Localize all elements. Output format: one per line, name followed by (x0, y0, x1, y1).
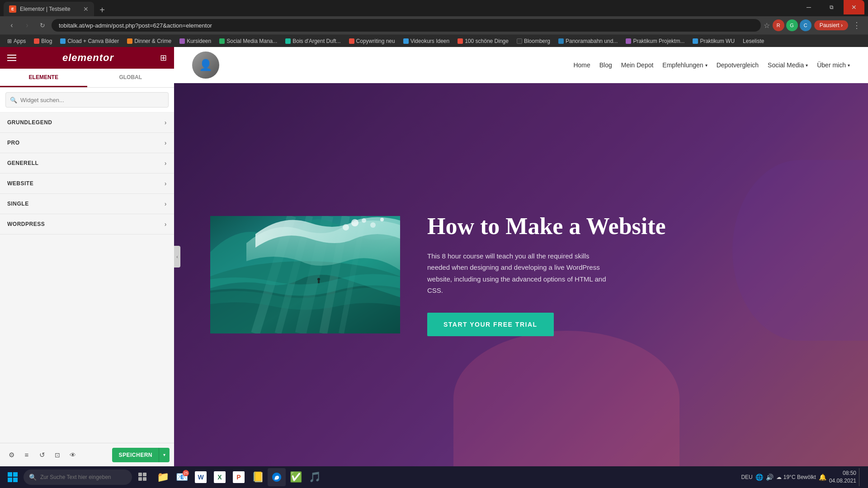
cta-button[interactable]: START YOUR FREE TRIAL (427, 313, 554, 336)
save-dropdown-button[interactable]: ▾ (159, 448, 170, 462)
category-generell[interactable]: GENERELL › (0, 153, 174, 174)
ext-icon-1[interactable]: R (773, 19, 784, 31)
settings-icon-btn[interactable]: ⚙ (5, 448, 18, 462)
nav-link-empfehlungen[interactable]: Empfehlungen ▾ (662, 61, 707, 69)
chevron-down-icon: ▾ (848, 63, 850, 68)
taskbar-app-excel[interactable]: X (211, 468, 229, 486)
tab-global[interactable]: GLOBAL (87, 69, 175, 87)
minimize-btn[interactable]: ─ (798, 0, 819, 14)
url-input[interactable] (52, 19, 761, 32)
svg-rect-18 (138, 473, 142, 476)
taskbar-weather[interactable]: ☁19°C Bewölkt (776, 474, 816, 480)
bookmark-dinner[interactable]: Dinner & Crime (123, 37, 175, 45)
category-website[interactable]: WEBSITE › (0, 174, 174, 194)
taskbar-app-word[interactable]: W (192, 468, 210, 486)
nav-forward-btn[interactable]: › (21, 19, 33, 32)
nav-link-blog[interactable]: Blog (599, 61, 612, 69)
nav-link-depot[interactable]: Mein Depot (621, 61, 654, 69)
taskbar-app-onenote[interactable]: 📒 (249, 468, 267, 486)
bookmark-praktikum1[interactable]: Praktikum Projektm... (622, 37, 688, 45)
taskbar-volume-icon[interactable]: 🔊 (766, 474, 774, 481)
category-grundlegend[interactable]: GRUNDLEGEND › (0, 113, 174, 133)
search-bar: 🔍 (0, 88, 174, 113)
bookmark-100[interactable]: 100 schöne Dinge (454, 37, 512, 45)
bookmark-star-icon[interactable]: ☆ (764, 21, 770, 30)
taskbar-system-tray: DEU 🌐 🔊 ☁19°C Bewölkt 🔔 08:50 04.08.2021 (741, 468, 864, 486)
taskbar-apps-area: 📁 📧 25 W X P 📒 ✅ 🎵 (154, 468, 324, 486)
category-pro[interactable]: PRO › (0, 133, 174, 153)
bookmark-blog[interactable]: Blog (30, 37, 56, 45)
browser-tab-active[interactable]: E Elementor | Testseite ✕ (4, 2, 94, 16)
taskbar-app-notes[interactable]: 🎵 (306, 468, 324, 486)
taskbar-app-folder[interactable]: 📁 (154, 468, 172, 486)
taskbar-app-mail[interactable]: 📧 25 (173, 468, 191, 486)
bookmark-kursideen[interactable]: Kursideen (176, 37, 215, 45)
svg-point-9 (370, 222, 376, 228)
responsive-icon-btn[interactable]: ⊡ (51, 448, 64, 462)
tab-title: Elementor | Testseite (20, 6, 80, 12)
svg-rect-14 (8, 472, 12, 477)
taskbar-app-powerpoint[interactable]: P (230, 468, 248, 486)
elementor-hamburger-icon[interactable] (7, 55, 16, 61)
preview-icon-btn[interactable]: 👁 (66, 448, 80, 462)
hero-image (210, 216, 400, 333)
new-tab-btn[interactable]: + (96, 4, 108, 16)
browser-menu-icon[interactable]: ⋮ (851, 20, 863, 30)
bookmark-social[interactable]: Social Media Mana... (216, 37, 281, 45)
bookmark-videokurs[interactable]: Videokurs Ideen (400, 37, 453, 45)
address-bar: ‹ › ↻ ☆ R G C Pausiert › ⋮ (0, 16, 868, 34)
restore-btn[interactable]: ⧉ (821, 0, 842, 14)
bookmark-praktikum2[interactable]: Praktikum WU (689, 37, 738, 45)
nav-link-home[interactable]: Home (573, 61, 590, 69)
category-wordpress[interactable]: WORDPRESS › (0, 214, 174, 235)
taskbar-app-edge[interactable] (268, 468, 286, 486)
taskbar-notification-icon[interactable]: 🔔 (819, 474, 826, 481)
elementor-grid-icon[interactable]: ⊞ (160, 53, 167, 63)
start-button[interactable] (4, 468, 22, 486)
category-single[interactable]: SINGLE › (0, 194, 174, 214)
hero-image-container (210, 216, 400, 333)
bottom-toolbar: ⚙ ≡ ↺ ⊡ 👁 SPEICHERN ▾ (0, 443, 174, 466)
nav-back-btn[interactable]: ‹ (5, 19, 18, 32)
bookmark-bois[interactable]: Bois d'Argent Duft... (282, 37, 344, 45)
ext-icon-2[interactable]: G (786, 19, 798, 31)
search-input[interactable] (5, 92, 169, 108)
sidebar-collapse-btn[interactable]: ‹ (174, 246, 180, 267)
taskbar-show-desktop-btn[interactable] (859, 468, 863, 486)
profile-btn[interactable]: Pausiert › (814, 20, 848, 30)
elementor-logo: elementor (62, 52, 114, 64)
elementor-header: elementor ⊞ (0, 47, 174, 69)
bookmark-leseliste[interactable]: Leseliste (739, 37, 768, 45)
bookmarks-bar: ⊞Apps Blog Cload + Canva Bilder Dinner &… (0, 34, 868, 47)
structure-icon-btn[interactable]: ≡ (20, 448, 33, 462)
close-btn[interactable]: ✕ (844, 0, 864, 14)
taskbar-language[interactable]: DEU (741, 474, 752, 480)
site-navbar: 👤 Home Blog Mein Depot Empfehlungen ▾ De… (174, 47, 868, 83)
bookmark-panorama[interactable]: Panoramabahn und... (555, 37, 621, 45)
taskbar-clock: 08:50 04.08.2021 (829, 469, 856, 485)
save-button[interactable]: SPEICHERN (112, 448, 159, 462)
nav-link-social[interactable]: Social Media ▾ (768, 61, 808, 69)
taskbar-task-view-btn[interactable] (134, 468, 152, 486)
taskbar-app-tasks[interactable]: ✅ (287, 468, 305, 486)
tab-favicon: E (9, 5, 16, 13)
taskbar-network-icon[interactable]: 🌐 (755, 474, 763, 481)
nav-reload-btn[interactable]: ↻ (36, 19, 49, 32)
bookmark-bloomberg[interactable]: Bloomberg (513, 37, 554, 45)
taskbar-search-bar[interactable]: 🔍 (24, 469, 132, 485)
site-logo-avatar: 👤 (192, 52, 219, 79)
category-list: GRUNDLEGEND › PRO › GENERELL › WEBSITE ›… (0, 113, 174, 443)
nav-link-uber[interactable]: Über mich ▾ (817, 61, 850, 69)
tab-close-icon[interactable]: ✕ (83, 5, 89, 13)
bookmark-copywriting[interactable]: Copywriting neu (345, 37, 399, 45)
ext-icon-3[interactable]: C (800, 19, 811, 31)
bookmark-canva[interactable]: Cload + Canva Bilder (57, 37, 123, 45)
site-nav-links: Home Blog Mein Depot Empfehlungen ▾ Depo… (573, 61, 850, 69)
hero-title: How to Make a Website (427, 213, 832, 239)
nav-link-depotvergleich[interactable]: Depotvergleich (717, 61, 759, 69)
tab-elemente[interactable]: ELEMENTE (0, 69, 87, 87)
bookmark-apps[interactable]: ⊞Apps (4, 37, 29, 45)
chevron-right-icon: › (165, 221, 167, 228)
history-icon-btn[interactable]: ↺ (35, 448, 49, 462)
taskbar-search-input[interactable] (40, 474, 127, 480)
